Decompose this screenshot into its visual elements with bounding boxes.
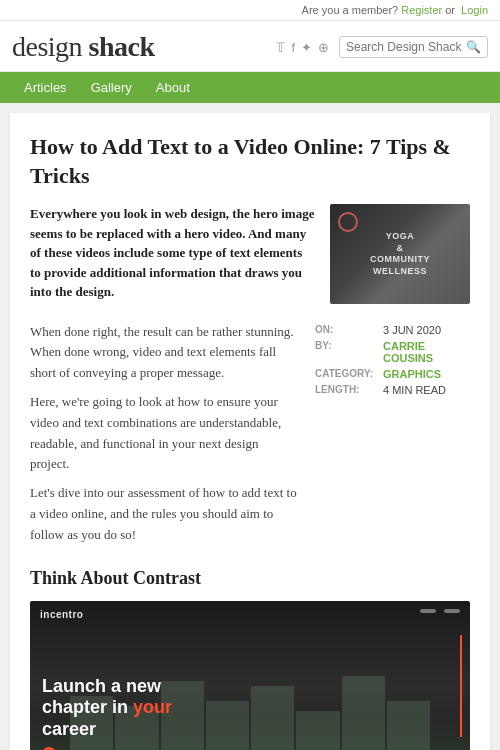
search-box[interactable]: 🔍: [339, 36, 488, 58]
nav-articles[interactable]: Articles: [12, 72, 79, 103]
incentro-headline-line1: Launch a new: [42, 676, 161, 696]
nav-about[interactable]: About: [144, 72, 202, 103]
header: design shack 𝕋 f ✦ ⊕ 🔍: [0, 21, 500, 72]
meta-by-label: BY:: [315, 340, 375, 364]
rss-icon[interactable]: ⊕: [318, 40, 329, 55]
article-body-area: When done right, the result can be rathe…: [30, 322, 470, 554]
image-overlay: YOGA&COMMUNITYWELLNESS: [330, 204, 470, 304]
building-6: [296, 711, 339, 750]
meta-cat-value[interactable]: GRAPHICS: [383, 368, 441, 380]
pinterest-icon[interactable]: ✦: [301, 40, 312, 55]
login-link[interactable]: Login: [461, 4, 488, 16]
logo[interactable]: design shack: [12, 31, 155, 63]
meta-cat-label: CATEGORY:: [315, 368, 375, 380]
meta-table: ON: 3 JUN 2020 BY: CARRIE COUSINS CATEGO…: [315, 322, 470, 398]
main-nav: Articles Gallery About: [0, 72, 500, 103]
incentro-brand-label: incentro: [40, 609, 83, 620]
meta-cat-row: CATEGORY: GRAPHICS: [315, 366, 470, 382]
para1: When done right, the result can be rathe…: [30, 322, 301, 384]
twitter-icon[interactable]: 𝕋: [276, 40, 285, 55]
incentro-headline-line2: chapter in: [42, 697, 133, 717]
top-bar: Are you a member? Register or Login: [0, 0, 500, 21]
article-title: How to Add Text to a Video Online: 7 Tip…: [30, 133, 470, 190]
incentro-headline-line3: career: [42, 719, 96, 739]
member-prompt: Are you a member?: [302, 4, 399, 16]
building-5: [251, 686, 294, 750]
logo-bold: shack: [89, 31, 155, 62]
building-7: [342, 676, 385, 750]
intro-bold-para: Everywhere you look in web design, the h…: [30, 204, 316, 302]
intro-text: Everywhere you look in web design, the h…: [30, 204, 316, 310]
meta-col: ON: 3 JUN 2020 BY: CARRIE COUSINS CATEGO…: [315, 322, 470, 554]
nav-gallery[interactable]: Gallery: [79, 72, 144, 103]
image-overlay-text: YOGA&COMMUNITYWELLNESS: [366, 227, 434, 282]
meta-length-row: LENGTH: 4 MIN READ: [315, 382, 470, 398]
logo-dot-2: [444, 609, 460, 613]
incentro-vertical-line: [460, 635, 462, 737]
para3: Let's dive into our assessment of how to…: [30, 483, 301, 545]
header-right: 𝕋 f ✦ ⊕ 🔍: [276, 36, 488, 58]
featured-image: YOGA&COMMUNITYWELLNESS: [330, 204, 470, 304]
meta-on-row: ON: 3 JUN 2020: [315, 322, 470, 338]
search-input[interactable]: [346, 40, 466, 54]
incentro-icon-circle: [42, 747, 56, 750]
logo-light: design: [12, 31, 89, 62]
incentro-image: incentro Launch a new chapter in your ca…: [30, 601, 470, 750]
article-card: How to Add Text to a Video Online: 7 Tip…: [10, 113, 490, 750]
incentro-headline: Launch a new chapter in your career: [42, 676, 172, 741]
content-wrapper: How to Add Text to a Video Online: 7 Tip…: [0, 103, 500, 750]
facebook-icon[interactable]: f: [291, 40, 295, 55]
body-text: When done right, the result can be rathe…: [30, 322, 301, 554]
building-8: [387, 701, 430, 750]
incentro-logo-bar: [420, 609, 460, 613]
register-link[interactable]: Register: [401, 4, 442, 16]
incentro-bottom-icon: Explore careers & more: [42, 747, 155, 750]
para2: Here, we're going to look at how to ensu…: [30, 392, 301, 475]
meta-length-label: LENGTH:: [315, 384, 375, 396]
search-button[interactable]: 🔍: [466, 40, 481, 54]
logo-dot-1: [420, 609, 436, 613]
article-intro: Everywhere you look in web design, the h…: [30, 204, 470, 310]
incentro-headline-highlight: your: [133, 697, 172, 717]
meta-length-value: 4 MIN READ: [383, 384, 446, 396]
meta-by-value[interactable]: CARRIE COUSINS: [383, 340, 470, 364]
meta-by-row: BY: CARRIE COUSINS: [315, 338, 470, 366]
meta-on-label: ON:: [315, 324, 375, 336]
meta-on-value: 3 JUN 2020: [383, 324, 441, 336]
building-4: [206, 701, 249, 750]
social-icons: 𝕋 f ✦ ⊕: [276, 40, 329, 55]
section-heading: Think About Contrast: [30, 568, 470, 589]
